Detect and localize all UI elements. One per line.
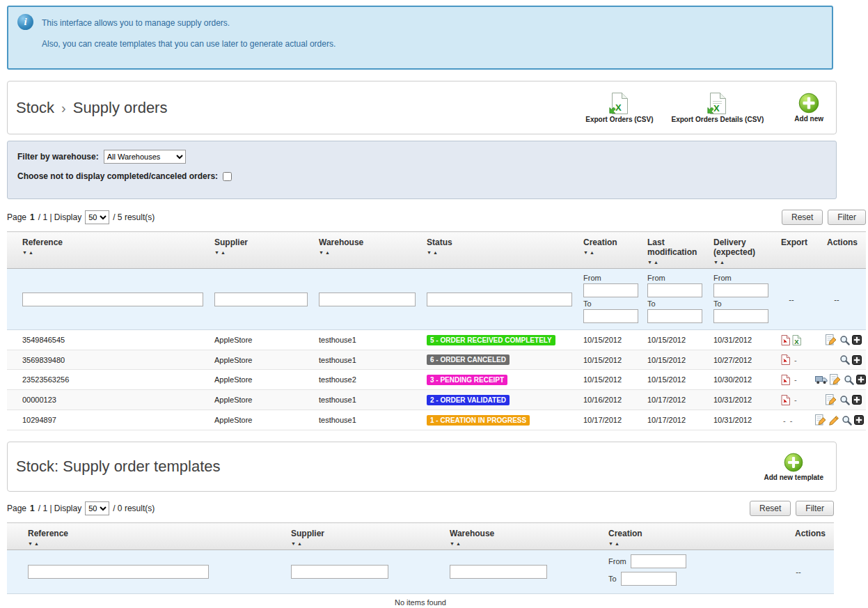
column-header-delivery: Delivery (expected)▼▲ [708, 232, 775, 269]
from-label: From [608, 557, 626, 566]
templates-pagination: Page 1 / 1 | Display 50 / 0 result(s) Re… [7, 501, 834, 516]
edit-icon[interactable] [830, 374, 842, 385]
template-creation-to-input[interactable] [621, 572, 677, 586]
sort-icons[interactable]: ▼▲ [608, 541, 757, 546]
view-details-icon[interactable] [839, 395, 850, 405]
status-filter-input[interactable] [427, 293, 572, 306]
reset-button[interactable]: Reset [782, 210, 823, 225]
header-actions: X Export Orders (CSV) X Export Orders De… [585, 93, 829, 123]
pdf-export-icon[interactable] [781, 335, 790, 345]
creation-from-input[interactable] [583, 283, 638, 297]
view-details-icon[interactable] [839, 335, 850, 345]
pdf-export-icon[interactable] [781, 354, 790, 365]
view-details-icon[interactable] [844, 375, 854, 385]
reference-filter-input[interactable] [22, 293, 203, 306]
view-details-icon[interactable] [842, 415, 852, 426]
template-column-header-supplier: Supplier▼▲ [285, 523, 444, 550]
pdf-export-icon[interactable] [781, 395, 790, 405]
change-state-icon[interactable] [856, 375, 866, 384]
order-status: 1 - CREATION IN PROGRESS [421, 410, 578, 430]
orders-pagination-info: Page 1 / 1 | Display 50 / 5 result(s) [7, 210, 155, 224]
supplier-filter-input[interactable] [214, 293, 308, 306]
export-orders-csv-button[interactable]: X Export Orders (CSV) [585, 93, 653, 123]
templates-filter-row: From To -- [7, 550, 834, 594]
from-label: From [713, 274, 770, 282]
order-creation-date: 10/15/2012 [578, 330, 642, 350]
templates-display-count-select[interactable]: 50 [85, 501, 109, 515]
change-state-icon[interactable] [852, 335, 862, 345]
template-warehouse-filter-input[interactable] [450, 565, 547, 579]
csv-export-icon[interactable]: X [792, 335, 801, 345]
supplier-filter-cell [209, 269, 313, 330]
pdf-export-icon[interactable] [781, 375, 790, 385]
change-state-icon[interactable] [854, 415, 864, 425]
from-label: From [647, 274, 702, 282]
template-reference-filter-input[interactable] [28, 565, 209, 579]
breadcrumb-stock: Stock [16, 99, 54, 117]
last-modification-from-input[interactable] [647, 283, 702, 297]
template-column-header-reference: Reference▼▲ [7, 523, 285, 550]
sort-icons[interactable]: ▼▲ [214, 250, 308, 255]
template-creation-from-input[interactable] [631, 554, 686, 568]
status-filter-cell [421, 269, 578, 330]
templates-pagination-buttons: Reset Filter [750, 501, 834, 516]
change-state-icon[interactable] [852, 395, 862, 405]
sort-icons[interactable]: ▼▲ [427, 250, 572, 255]
warehouse-filter-input[interactable] [319, 293, 416, 306]
order-reference: 3569839480 [7, 350, 209, 370]
order-actions [807, 350, 866, 370]
pencil-icon[interactable] [829, 415, 839, 426]
order-creation-date: 10/17/2012 [578, 410, 642, 430]
add-new-button[interactable]: Add new [794, 93, 823, 123]
delivery-to-input[interactable] [713, 309, 768, 323]
dash: - [783, 416, 786, 425]
column-label-reference: Reference [22, 237, 63, 247]
sort-icons[interactable]: ▼▲ [319, 250, 416, 255]
order-export: - [775, 390, 807, 410]
templates-reset-button[interactable]: Reset [750, 501, 791, 516]
templates-header-panel: Stock: Supply order templates Add new te… [7, 442, 837, 492]
reference-filter-cell [7, 269, 209, 330]
hide-completed-checkbox[interactable] [223, 172, 232, 181]
export-orders-details-csv-button[interactable]: X Export Orders Details (CSV) [672, 93, 764, 123]
order-delivery-date: 10/31/2012 [708, 390, 775, 410]
filter-button[interactable]: Filter [828, 210, 866, 225]
change-state-icon[interactable] [852, 355, 862, 365]
add-new-template-button[interactable]: Add new template [764, 453, 823, 481]
warehouse-filter-panel: Filter by warehouse: All Warehouses Choo… [7, 141, 837, 199]
edit-icon[interactable] [815, 414, 827, 426]
warehouse-select[interactable]: All Warehouses [104, 150, 186, 164]
order-creation-date: 10/15/2012 [578, 350, 642, 370]
delivery-from-input[interactable] [713, 283, 768, 297]
sort-icons[interactable]: ▼▲ [583, 250, 636, 255]
no-items-row: No items found [7, 594, 834, 608]
display-count-select[interactable]: 50 [85, 210, 109, 224]
template-creation-to: To [608, 572, 757, 586]
sort-icons[interactable]: ▼▲ [647, 260, 702, 265]
order-supplier: AppleStore [209, 370, 313, 390]
page-current: 1 [30, 504, 35, 513]
sort-icons[interactable]: ▼▲ [450, 541, 597, 546]
order-warehouse: testhouse1 [313, 350, 421, 370]
update-receipt-icon[interactable] [815, 375, 828, 384]
creation-to-input[interactable] [583, 309, 638, 323]
hide-completed-filter-line: Choose not to display completed/canceled… [17, 171, 826, 181]
templates-filter-button[interactable]: Filter [796, 501, 834, 516]
sort-icons[interactable]: ▼▲ [291, 541, 439, 546]
edit-icon[interactable] [826, 334, 837, 345]
from-label: From [583, 274, 636, 282]
sort-icons[interactable]: ▼▲ [713, 260, 770, 265]
sort-icons[interactable]: ▼▲ [28, 541, 280, 546]
column-header-export: Export [775, 232, 807, 269]
last-modification-to-input[interactable] [647, 309, 702, 323]
view-details-icon[interactable] [839, 354, 850, 365]
sort-icons[interactable]: ▼▲ [22, 250, 203, 255]
template-column-header-creation: Creation▼▲ [603, 523, 763, 550]
templates-title: Stock: Supply order templates [16, 458, 220, 476]
order-delivery-date: 10/30/2012 [708, 370, 775, 390]
template-supplier-filter-input[interactable] [291, 565, 388, 579]
template-warehouse-filter-cell [444, 550, 603, 594]
edit-icon[interactable] [826, 394, 837, 405]
column-header-last-modification: Last modification▼▲ [642, 232, 708, 269]
template-actions-no-filter: -- [763, 550, 834, 594]
